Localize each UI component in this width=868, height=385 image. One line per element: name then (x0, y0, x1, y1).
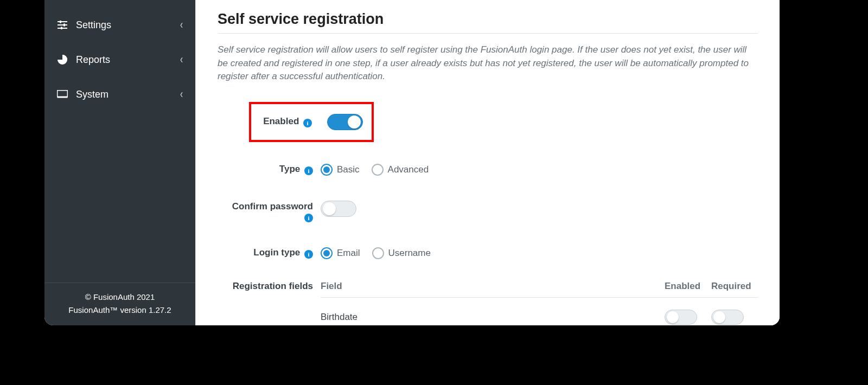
monitor-icon (56, 90, 68, 99)
radio-dot-icon (372, 247, 384, 259)
header-required: Required (711, 281, 758, 292)
sidebar-item-reports[interactable]: Reports ‹ (44, 42, 195, 77)
header-field: Field (321, 281, 665, 292)
sidebar-items: Settings ‹ Reports ‹ (44, 0, 195, 283)
field-required-toggle[interactable] (711, 310, 744, 325)
svg-rect-5 (61, 27, 62, 30)
registration-fields-label: Registration fields (218, 281, 321, 292)
app-window: Settings ‹ Reports ‹ (44, 0, 780, 325)
info-icon[interactable]: i (304, 250, 313, 259)
enabled-toggle[interactable] (327, 114, 363, 130)
svg-rect-3 (60, 21, 61, 23)
chevron-left-icon: ‹ (180, 19, 183, 31)
field-enabled-toggle[interactable] (665, 310, 697, 325)
sidebar-item-label: System (76, 89, 108, 100)
sidebar-item-label: Settings (76, 20, 111, 31)
svg-rect-1 (58, 24, 67, 25)
sliders-icon (56, 21, 68, 29)
info-icon[interactable]: i (304, 166, 313, 175)
info-icon[interactable]: i (304, 214, 313, 222)
sidebar-item-system[interactable]: System ‹ (44, 77, 195, 112)
svg-rect-6 (58, 91, 68, 97)
copyright-text: © FusionAuth 2021 (50, 291, 190, 304)
table-row: Birthdate (321, 298, 758, 325)
page-title: Self service registration (218, 11, 758, 34)
row-registration-fields: Registration fields Field Enabled Requir… (218, 281, 758, 325)
svg-rect-0 (58, 21, 67, 22)
header-enabled: Enabled (665, 281, 711, 292)
radio-dot-icon (321, 164, 333, 176)
section-description: Self service registration will allow use… (218, 43, 758, 84)
table-header: Field Enabled Required (321, 281, 758, 298)
sidebar-footer: © FusionAuth 2021 FusionAuth™ version 1.… (44, 283, 195, 325)
radio-login-email[interactable]: Email (321, 247, 360, 259)
chevron-left-icon: ‹ (180, 88, 183, 100)
chevron-left-icon: ‹ (180, 54, 183, 66)
row-enabled: Enabled i (218, 102, 758, 142)
sidebar-item-label: Reports (76, 54, 110, 66)
radio-dot-icon (321, 247, 333, 259)
sidebar-item-settings[interactable]: Settings ‹ (44, 8, 195, 42)
svg-rect-7 (58, 97, 68, 98)
enabled-highlight-box: Enabled i (249, 102, 374, 142)
field-name: Birthdate (321, 312, 665, 323)
version-text: FusionAuth™ version 1.27.2 (50, 304, 190, 317)
confirm-password-toggle[interactable] (321, 201, 356, 217)
radio-dot-icon (372, 164, 384, 176)
row-confirm-password: Confirm password i (218, 201, 758, 222)
pie-chart-icon (56, 55, 68, 65)
login-type-radio-group: Email Username (321, 247, 758, 259)
registration-fields-table: Field Enabled Required Birthdate (321, 281, 758, 325)
type-label: Type i (218, 164, 321, 175)
svg-rect-4 (63, 24, 65, 27)
info-icon[interactable]: i (303, 119, 312, 127)
radio-login-username[interactable]: Username (372, 247, 431, 259)
type-radio-group: Basic Advanced (321, 164, 758, 176)
sidebar: Settings ‹ Reports ‹ (44, 0, 195, 325)
confirm-password-label: Confirm password i (218, 201, 321, 222)
login-type-label: Login type i (218, 247, 321, 259)
radio-type-basic[interactable]: Basic (321, 164, 360, 176)
row-type: Type i Basic Advanced (218, 164, 758, 176)
main-content: Self service registration Self service r… (195, 0, 780, 325)
enabled-label: Enabled i (263, 116, 312, 127)
radio-type-advanced[interactable]: Advanced (372, 164, 429, 176)
row-login-type: Login type i Email Username (218, 247, 758, 259)
